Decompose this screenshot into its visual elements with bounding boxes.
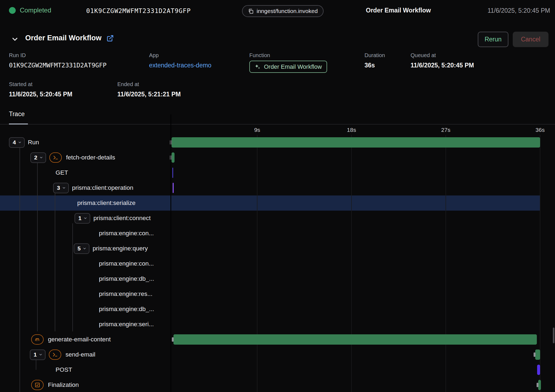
span-count-badge[interactable]: 5 xyxy=(74,243,89,254)
field-label: Queued at xyxy=(411,52,474,58)
span-duration-bar[interactable] xyxy=(172,152,175,163)
span-start-marker xyxy=(537,383,538,387)
run-timestamp-top: 11/6/2025, 5:20:45 PM xyxy=(488,7,550,14)
span-label: Run xyxy=(28,139,39,146)
span-count: 5 xyxy=(78,245,81,252)
span-label: GET xyxy=(56,169,68,176)
page-title: Order Email Workflow xyxy=(25,34,102,42)
span-label: prisma:engine:db_... xyxy=(99,275,154,282)
tab-trace[interactable]: Trace xyxy=(9,110,25,118)
trace-row-get[interactable]: GET xyxy=(0,165,555,180)
external-link-icon[interactable] xyxy=(107,35,114,43)
span-label: generate-email-content xyxy=(48,336,111,343)
chevron-down-icon xyxy=(18,141,22,144)
status-completed-dot-icon xyxy=(9,7,16,14)
step-terminal-icon xyxy=(49,349,61,360)
span-duration-bar[interactable] xyxy=(172,168,173,178)
field-value: 11/6/2025, 5:21:21 PM xyxy=(117,91,181,98)
field-label: Ended at xyxy=(117,81,181,87)
scrollbar-thumb[interactable] xyxy=(553,328,554,343)
span-count-badge[interactable]: 4 xyxy=(9,137,25,148)
span-label: prisma:engine:con... xyxy=(99,260,154,267)
span-duration-bar[interactable] xyxy=(172,137,540,148)
time-tick-label: 18s xyxy=(347,127,356,133)
span-count: 4 xyxy=(13,139,16,146)
step-terminal-icon xyxy=(49,152,62,163)
span-count: 2 xyxy=(34,154,37,161)
span-label: fetch-order-details xyxy=(66,154,115,161)
step-finalization-check-icon xyxy=(31,380,44,390)
field-label: Function xyxy=(249,52,327,58)
app-link[interactable]: extended-traces-demo xyxy=(149,62,211,69)
run-status-bar: Completed 01K9CZGW2MWFMT2331D2AT9GFP inn… xyxy=(0,0,555,23)
event-name: inngest/function.invoked xyxy=(257,8,318,14)
trace-row-generate-email-content[interactable]: generate-email-content xyxy=(0,332,555,347)
span-duration-bar[interactable] xyxy=(537,365,540,375)
field-app: App extended-traces-demo xyxy=(149,52,211,69)
trace-row-prisma-engine-db-[interactable]: prisma:engine:db_... xyxy=(0,302,555,317)
time-tick-label: 9s xyxy=(254,127,260,133)
chevron-down-icon xyxy=(62,186,66,190)
function-pill-label: Order Email Workflow xyxy=(264,63,322,70)
field-label: Started at xyxy=(9,81,72,87)
field-function: Function Order Email Workflow xyxy=(249,52,327,73)
span-count: 1 xyxy=(78,215,82,221)
span-label: prisma:client:serialize xyxy=(77,200,135,207)
run-status: Completed xyxy=(9,6,51,14)
trigger-event-badge[interactable]: inngest/function.invoked xyxy=(242,5,324,17)
trace-row-prisma-engine-seri-[interactable]: prisma:engine:seri... xyxy=(0,317,555,332)
trace-row-finalization[interactable]: Finalization xyxy=(0,377,555,392)
span-count-badge[interactable]: 1 xyxy=(75,213,90,224)
span-count: 3 xyxy=(57,185,60,191)
function-name-top: Order Email Workflow xyxy=(366,7,431,14)
field-run-id: Run ID 01K9CZGW2MWFMT2331D2AT9GFP xyxy=(9,52,107,69)
time-tick-label: 36s xyxy=(535,127,545,133)
trace-row-prisma-client-connect[interactable]: 1prisma:client:connect xyxy=(0,211,555,226)
tab-bar: Trace xyxy=(0,108,555,125)
span-duration-bar[interactable] xyxy=(535,349,540,360)
span-label: prisma:client:operation xyxy=(72,184,133,191)
span-count-badge[interactable]: 3 xyxy=(53,183,69,193)
trace-row-prisma-engine-con-[interactable]: prisma:engine:con... xyxy=(0,226,555,241)
span-start-marker xyxy=(534,352,535,357)
chevron-down-icon xyxy=(83,247,86,250)
span-label: prisma:engine:query xyxy=(93,245,148,252)
trace-row-run[interactable]: 4Run xyxy=(0,135,555,150)
tree-chart-divider[interactable] xyxy=(170,114,171,392)
cancel-button[interactable]: Cancel xyxy=(513,32,548,47)
field-label: Run ID xyxy=(9,52,107,58)
span-label: prisma:engine:seri... xyxy=(99,321,154,328)
field-value: 01K9CZGW2MWFMT2331D2AT9GFP xyxy=(9,62,107,69)
span-label: prisma:engine:res... xyxy=(99,290,153,298)
trace-panel: 9s18s27s36s 4Run2fetch-order-detailsGET3… xyxy=(0,125,555,392)
span-duration-bar[interactable] xyxy=(173,334,537,345)
trace-row-prisma-engine-db-[interactable]: prisma:engine:db_... xyxy=(0,271,555,286)
function-pill[interactable]: Order Email Workflow xyxy=(249,61,327,73)
collapse-chevron-icon[interactable] xyxy=(11,35,19,44)
span-duration-bar[interactable] xyxy=(538,380,541,390)
span-label: prisma:client:connect xyxy=(93,215,151,222)
span-label: send-email xyxy=(66,351,95,358)
trace-row-prisma-engine-query[interactable]: 5prisma:engine:query xyxy=(0,241,555,256)
trace-row-post[interactable]: POST xyxy=(0,362,555,377)
trace-row-prisma-client-serialize[interactable]: prisma:client:serialize xyxy=(0,195,555,211)
sparkles-icon xyxy=(254,64,261,70)
trace-row-prisma-engine-res-[interactable]: prisma:engine:res... xyxy=(0,286,555,302)
span-count-badge[interactable]: 2 xyxy=(30,152,46,163)
time-tick-label: 27s xyxy=(441,127,450,133)
span-start-marker xyxy=(172,337,174,342)
span-duration-bar[interactable] xyxy=(173,183,174,193)
chevron-down-icon xyxy=(39,156,43,159)
trace-row-prisma-engine-con-[interactable]: prisma:engine:con... xyxy=(0,256,555,271)
trace-row-prisma-client-operation[interactable]: 3prisma:client:operation xyxy=(0,180,555,195)
field-value: 11/6/2025, 5:20:45 PM xyxy=(9,91,72,98)
chevron-down-icon xyxy=(83,216,87,220)
trace-row-send-email[interactable]: 1send-email xyxy=(0,347,555,362)
copy-icon xyxy=(248,8,254,14)
rerun-button[interactable]: Rerun xyxy=(478,32,508,47)
span-label: prisma:engine:con... xyxy=(99,230,154,237)
trace-row-fetch-order-details[interactable]: 2fetch-order-details xyxy=(0,150,555,165)
step-ai-wave-icon xyxy=(31,334,44,345)
trace-rows: 4Run2fetch-order-detailsGET3prisma:clien… xyxy=(0,135,555,392)
span-count-badge[interactable]: 1 xyxy=(30,349,46,360)
